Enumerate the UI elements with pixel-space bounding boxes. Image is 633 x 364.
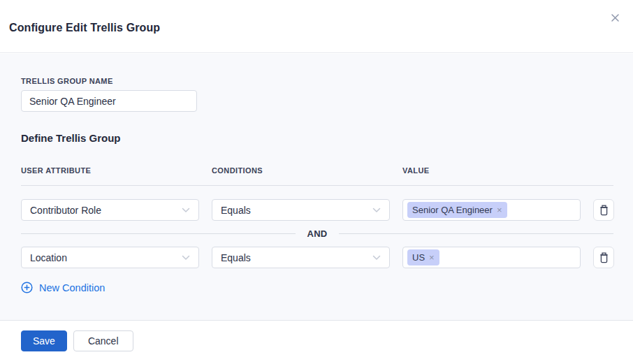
header-divider (21, 185, 613, 186)
delete-condition-button-1[interactable] (593, 199, 614, 221)
modal-header: Configure Edit Trellis Group (0, 0, 633, 53)
column-header-conditions: CONDITIONS (212, 166, 390, 175)
plus-circle-icon (21, 282, 33, 293)
chevron-down-icon (182, 255, 190, 261)
save-button[interactable]: Save (21, 330, 67, 351)
condition-select-1-value: Equals (221, 205, 251, 216)
section-title: Define Trellis Group (21, 132, 613, 144)
configure-trellis-group-modal: { "modal": { "title": "Configure Edit Tr… (0, 0, 633, 364)
user-attribute-select-2-value: Location (30, 252, 67, 263)
modal-title: Configure Edit Trellis Group (9, 22, 160, 34)
user-attribute-select-1-value: Contributor Role (30, 205, 101, 216)
cancel-button[interactable]: Cancel (73, 330, 133, 351)
value-input-2[interactable]: US × (402, 247, 581, 268)
condition-row-1: Contributor Role Equals Senior QA Engine… (21, 199, 613, 221)
chevron-down-icon (182, 208, 190, 213)
modal-footer: Save Cancel (0, 321, 633, 364)
value-tag-label: US (412, 252, 425, 263)
close-icon (610, 13, 620, 23)
trash-icon (599, 252, 609, 263)
user-attribute-select-2[interactable]: Location (21, 247, 199, 268)
trash-icon (599, 205, 609, 216)
new-condition-button[interactable]: New Condition (21, 282, 105, 293)
delete-condition-button-2[interactable] (593, 247, 614, 268)
value-input-1[interactable]: Senior QA Engineer × (402, 199, 581, 221)
condition-select-2-value: Equals (221, 252, 251, 263)
user-attribute-select-1[interactable]: Contributor Role (21, 199, 199, 221)
tag-remove-icon[interactable]: × (497, 205, 502, 214)
and-separator: AND (21, 221, 613, 247)
group-name-input[interactable] (21, 90, 197, 112)
group-name-label: TRELLIS GROUP NAME (21, 77, 613, 85)
value-tag: US × (407, 249, 439, 265)
condition-row-2: Location Equals US × (21, 247, 613, 268)
value-tag-label: Senior QA Engineer (412, 205, 493, 215)
value-tag: Senior QA Engineer × (407, 202, 507, 218)
new-condition-label: New Condition (39, 282, 105, 293)
condition-select-1[interactable]: Equals (212, 199, 390, 221)
column-header-user-attribute: USER ATTRIBUTE (21, 166, 199, 175)
condition-select-2[interactable]: Equals (212, 247, 390, 268)
tag-remove-icon[interactable]: × (429, 253, 435, 262)
and-label: AND (307, 228, 327, 239)
chevron-down-icon (372, 208, 381, 213)
column-headers: USER ATTRIBUTE CONDITIONS VALUE (21, 166, 613, 175)
separator-line (339, 233, 613, 234)
modal-body: TRELLIS GROUP NAME Define Trellis Group … (0, 54, 633, 321)
separator-line (21, 233, 296, 234)
column-header-value: VALUE (402, 166, 581, 175)
chevron-down-icon (372, 255, 381, 261)
close-button[interactable] (609, 11, 621, 24)
